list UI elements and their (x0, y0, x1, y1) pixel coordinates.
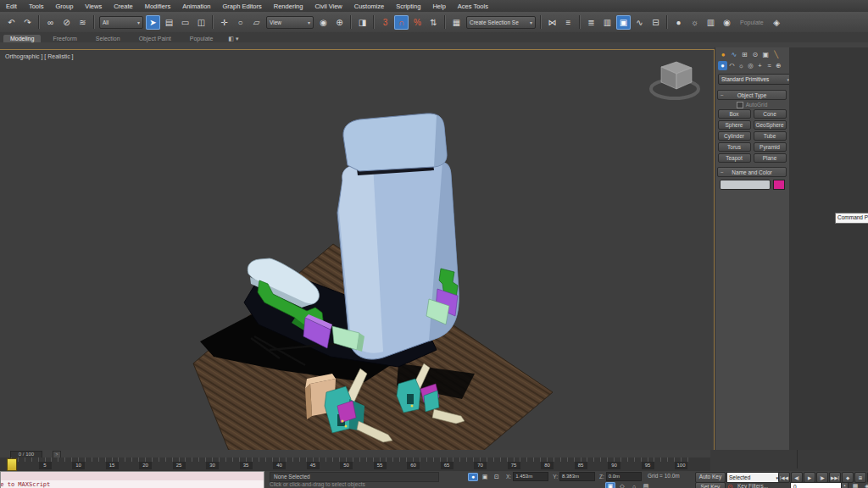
autogrid-checkbox[interactable] (737, 102, 743, 108)
workspace-mini-icon[interactable]: ◈ (862, 482, 868, 488)
geometry-category-icon[interactable]: ● (718, 61, 727, 70)
menu-item-views[interactable]: Views (79, 1, 108, 12)
unlink-selection-icon[interactable]: ⊘ (59, 15, 74, 30)
snaps-toggle-icon[interactable]: 3 (378, 15, 392, 30)
render-setup-icon[interactable]: ☼ (687, 15, 702, 30)
menu-item-scripting[interactable]: Scripting (390, 1, 426, 12)
viewport-scene[interactable] (0, 50, 714, 450)
helpers-category-icon[interactable]: + (755, 61, 765, 70)
selection-filter-dropdown[interactable]: All▾ (99, 16, 143, 29)
mirror-icon[interactable]: ⋈ (545, 15, 559, 30)
grid-snap-mini-icon[interactable]: ▦ (850, 482, 860, 488)
selection-lock-toggle[interactable]: ▣ (480, 473, 490, 481)
menu-item-edit[interactable]: Edit (0, 1, 23, 12)
named-selection-sets-dropdown[interactable]: Create Selection Se▾ (466, 16, 536, 29)
menu-item-civil-view[interactable]: Civil View (309, 1, 348, 12)
menu-item-customize[interactable]: Customize (348, 1, 390, 12)
menu-item-group[interactable]: Group (49, 1, 79, 12)
display-tab-icon[interactable]: ▣ (760, 49, 771, 59)
timeline-frame-label-15[interactable]: 15 (106, 462, 119, 469)
bind-to-space-warp-icon[interactable]: ≋ (75, 15, 90, 30)
viewport[interactable]: Orthographic ] [ Realistic ] (0, 49, 715, 451)
rendered-frame-window-icon[interactable]: ▥ (704, 15, 718, 30)
primitive-button-box[interactable]: Box (718, 109, 751, 119)
viewport-label[interactable]: Orthographic ] [ Realistic ] (5, 53, 74, 59)
menu-item-aces-tools[interactable]: Aces Tools (452, 1, 494, 12)
undo-icon[interactable]: ↶ (4, 15, 19, 30)
maxscript-mini-listener[interactable]: Welcome to MAXScript (0, 471, 264, 488)
ribbon-tab-populate[interactable]: Populate (183, 35, 220, 42)
select-by-name-icon[interactable]: ▤ (162, 15, 176, 30)
window-crossing-icon[interactable]: ◫ (194, 15, 209, 30)
menu-item-rendering[interactable]: Rendering (268, 1, 309, 12)
primitive-button-cone[interactable]: Cone (754, 109, 787, 119)
use-pivot-point-icon[interactable]: ◉ (316, 15, 331, 30)
motion-tab-icon[interactable]: ⊙ (750, 49, 761, 59)
isolate-selection-toggle[interactable]: ● (468, 473, 478, 481)
menu-item-graph-editors[interactable]: Graph Editors (217, 1, 268, 12)
schematic-view-icon[interactable]: ⊟ (648, 15, 663, 30)
key-filters-button[interactable]: Key Filters... (737, 483, 768, 488)
timeline-frame-label-80[interactable]: 80 (541, 462, 554, 469)
timeline-frame-label-40[interactable]: 40 (273, 462, 286, 469)
object-type-rollout-header[interactable]: − Object Type (717, 90, 787, 100)
timeline-frame-label-35[interactable]: 35 (240, 462, 253, 469)
autogrid-row[interactable]: AutoGrid (717, 100, 787, 109)
select-and-move-icon[interactable]: ✛ (217, 15, 231, 30)
clock-icon[interactable]: ○ (629, 482, 639, 488)
timeline-frame-label-85[interactable]: 85 (575, 462, 587, 469)
ribbon-tab-selection[interactable]: Selection (89, 35, 127, 42)
render-production-icon[interactable]: ◉ (720, 15, 734, 30)
primitive-button-cylinder[interactable]: Cylinder (718, 131, 751, 141)
select-and-rotate-icon[interactable]: ○ (233, 15, 248, 30)
frame-spinner[interactable]: ▴▾ (841, 482, 849, 488)
space-warps-category-icon[interactable]: ≈ (765, 61, 774, 70)
spinner-snap-icon[interactable]: ⇅ (426, 15, 441, 30)
menu-item-help[interactable]: Help (426, 1, 451, 12)
object-color-swatch[interactable] (773, 180, 785, 190)
name-color-rollout-header[interactable]: − Name and Color (717, 167, 787, 177)
primitive-button-geosphere[interactable]: GeoSphere (754, 120, 787, 130)
timeline-frame-label-65[interactable]: 65 (441, 462, 453, 469)
menu-item-animation[interactable]: Animation (176, 1, 216, 12)
go-to-start-button[interactable]: |◀◀ (778, 472, 790, 483)
time-tag-icon[interactable]: ◇ (617, 482, 627, 488)
rectangular-selection-region-icon[interactable]: ▭ (178, 15, 192, 30)
redo-icon[interactable]: ↷ (20, 15, 35, 30)
timeline-frame-label-95[interactable]: 95 (642, 462, 654, 469)
viewcube[interactable] (651, 62, 698, 98)
primitive-button-pyramid[interactable]: Pyramid (754, 142, 787, 152)
utilities-tab-icon[interactable]: ╲ (771, 49, 782, 59)
material-editor-icon[interactable]: ● (671, 15, 686, 30)
timeline-frame-label-10[interactable]: 10 (72, 462, 85, 469)
reference-coordinate-dropdown[interactable]: View▾ (266, 16, 314, 29)
time-slider[interactable] (7, 458, 17, 471)
menu-item-modifiers[interactable]: Modifiers (139, 1, 176, 12)
ribbon-flyout-icon[interactable]: ◧ ▾ (225, 36, 242, 42)
select-and-scale-icon[interactable]: ▱ (249, 15, 264, 30)
menu-item-tools[interactable]: Tools (23, 1, 50, 12)
timeline-frame-label-90[interactable]: 90 (608, 462, 620, 469)
adaptive-degradation-icon[interactable]: ▣ (605, 482, 615, 488)
set-key-icon[interactable]: ⊙ (727, 483, 733, 488)
primitive-button-teapot[interactable]: Teapot (718, 153, 751, 163)
shapes-category-icon[interactable]: ◠ (727, 61, 737, 70)
select-object-icon[interactable]: ➤ (146, 15, 160, 30)
current-frame-field[interactable]: 0 (790, 482, 843, 488)
timeline-frame-label-45[interactable]: 45 (307, 462, 320, 469)
workspace-icon[interactable]: ◈ (770, 15, 784, 30)
x-coordinate-field[interactable]: 1.453m (513, 472, 548, 481)
curve-editor-icon[interactable]: ∿ (632, 15, 647, 30)
timeline-ruler[interactable]: 5101520253035404550556065707580859095100 (0, 458, 710, 472)
ribbon-tab-freeform[interactable]: Freeform (46, 35, 83, 42)
timeline-frame-label-50[interactable]: 50 (340, 462, 353, 469)
menu-item-create[interactable]: Create (108, 1, 139, 12)
edit-named-selection-sets-icon[interactable]: ▦ (449, 15, 464, 30)
systems-category-icon[interactable]: ⊕ (774, 61, 783, 70)
primitive-category-dropdown[interactable]: Standard Primitives ▾ (718, 74, 793, 85)
align-icon[interactable]: ≡ (561, 15, 576, 30)
lights-category-icon[interactable]: ☼ (737, 61, 746, 70)
cameras-category-icon[interactable]: ◎ (746, 61, 755, 70)
timeline-frame-label-100[interactable]: 100 (675, 462, 687, 469)
ribbon-tab-object-paint[interactable]: Object Paint (132, 35, 178, 42)
